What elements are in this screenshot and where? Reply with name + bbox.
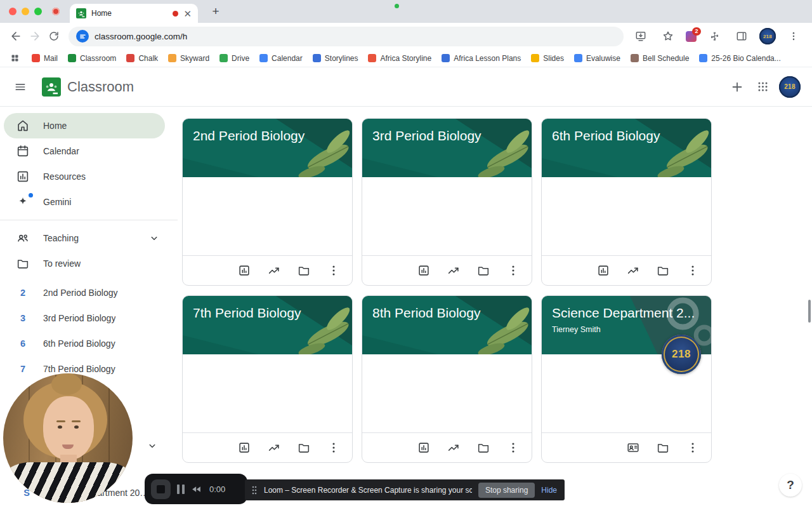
sidebar-class-item[interactable]: 33rd Period Biology xyxy=(4,305,165,331)
class-card[interactable]: 7th Period Biology xyxy=(182,295,353,463)
folder-icon[interactable] xyxy=(289,256,318,285)
address-bar[interactable]: classroom.google.com/h xyxy=(69,27,624,46)
share-message: Loom – Screen Recorder & Screen Capture … xyxy=(264,486,472,495)
folder-icon[interactable] xyxy=(648,256,678,285)
sidebar-item-label: 7th Period Biology xyxy=(43,364,115,374)
class-card[interactable]: 8th Period Biology xyxy=(362,295,532,463)
stop-sharing-button[interactable]: Stop sharing xyxy=(478,483,535,498)
bookmark-item[interactable]: Mail xyxy=(32,54,58,63)
window-close-button[interactable] xyxy=(9,8,16,15)
folder-icon[interactable] xyxy=(468,433,498,462)
trending-icon[interactable] xyxy=(259,433,289,462)
forward-button[interactable] xyxy=(25,27,44,46)
expand-more-chevron-icon[interactable] xyxy=(143,437,161,455)
card-title[interactable]: 7th Period Biology xyxy=(183,296,352,321)
class-card[interactable]: 2nd Period Biology xyxy=(182,118,353,286)
back-button[interactable] xyxy=(6,27,25,46)
trending-icon[interactable] xyxy=(618,256,648,285)
gradebook-icon[interactable] xyxy=(588,256,618,285)
trending-icon[interactable] xyxy=(438,256,468,285)
bookmark-star-icon[interactable] xyxy=(658,27,678,46)
more-icon[interactable] xyxy=(498,433,528,462)
new-tab-button[interactable]: + xyxy=(208,4,223,19)
pause-recording-icon[interactable] xyxy=(177,485,185,494)
bookmark-item[interactable]: Skyward xyxy=(168,54,209,63)
window-zoom-button[interactable] xyxy=(34,8,42,15)
side-panel-icon[interactable] xyxy=(732,27,751,46)
bookmark-item[interactable]: Africa Storyline xyxy=(368,54,431,63)
site-info-icon[interactable] xyxy=(76,30,89,43)
browser-tab[interactable]: Home ✕ xyxy=(70,4,198,23)
create-class-plus-button[interactable] xyxy=(724,74,750,100)
loom-control-bar[interactable]: 0:00 xyxy=(145,474,247,504)
bookmark-item[interactable]: Africa Lesson Plans xyxy=(442,54,521,63)
sidebar-item-calendar[interactable]: Calendar xyxy=(4,138,165,164)
chevron-down-icon[interactable] xyxy=(148,232,160,244)
gradebook-icon[interactable] xyxy=(229,433,259,462)
class-card[interactable]: Science Department 2...Tierney Smith218 xyxy=(541,295,712,463)
bookmark-item[interactable]: Storylines xyxy=(313,54,358,63)
bookmark-item[interactable]: 25-26 Bio Calenda... xyxy=(699,54,780,63)
card-title[interactable]: 6th Period Biology xyxy=(542,119,711,144)
card-title[interactable]: 3rd Period Biology xyxy=(362,119,532,144)
extension-icon[interactable]: 2 xyxy=(686,31,697,42)
gradebook-icon[interactable] xyxy=(409,256,438,285)
sidebar-class-item[interactable]: 66th Period Biology xyxy=(4,331,165,356)
gradebook-icon[interactable] xyxy=(409,433,438,462)
more-icon[interactable] xyxy=(678,256,707,285)
drag-handle-icon[interactable] xyxy=(251,485,258,495)
browser-menu-kebab-icon[interactable] xyxy=(784,27,803,46)
card-title[interactable]: 2nd Period Biology xyxy=(183,119,352,144)
sidebar-item-to-review[interactable]: To review xyxy=(4,251,165,276)
sidebar-item-home[interactable]: Home xyxy=(4,113,165,138)
page-title[interactable]: Classroom xyxy=(67,79,134,95)
url-text[interactable]: classroom.google.com/h xyxy=(95,32,187,41)
sidebar-item-teaching[interactable]: Teaching xyxy=(4,225,165,251)
google-apps-waffle-icon[interactable] xyxy=(750,74,775,100)
class-card[interactable]: 3rd Period Biology xyxy=(362,118,532,286)
refresh-button[interactable] xyxy=(44,27,63,46)
webcam-bubble[interactable] xyxy=(3,373,133,503)
bookmark-item[interactable]: Chalk xyxy=(126,54,158,63)
main-menu-hamburger-icon[interactable] xyxy=(8,74,33,100)
tab-close-icon[interactable]: ✕ xyxy=(183,9,192,18)
more-icon[interactable] xyxy=(318,256,348,285)
hide-banner-link[interactable]: Hide xyxy=(541,486,558,495)
bookmark-item[interactable]: Bell Schedule xyxy=(631,54,689,63)
window-minimize-button[interactable] xyxy=(22,8,29,15)
card-title[interactable]: 8th Period Biology xyxy=(362,296,532,321)
class-initial: 3 xyxy=(15,313,30,323)
class-card[interactable]: 6th Period Biology xyxy=(541,118,712,286)
account-avatar[interactable]: 218 xyxy=(779,76,801,98)
window-controls[interactable] xyxy=(9,8,42,15)
sidebar-item-gemini[interactable]: Gemini xyxy=(4,189,165,215)
roster-icon[interactable] xyxy=(618,433,648,462)
stop-recording-button[interactable] xyxy=(151,479,171,499)
sidebar-item-resources[interactable]: Resources xyxy=(4,164,165,189)
install-app-icon[interactable] xyxy=(631,27,650,46)
folder-icon[interactable] xyxy=(289,433,318,462)
more-icon[interactable] xyxy=(678,433,707,462)
folder-icon[interactable] xyxy=(648,433,678,462)
folder-icon[interactable] xyxy=(468,256,498,285)
extensions-puzzle-icon[interactable] xyxy=(705,27,724,46)
bookmark-item[interactable]: Classroom xyxy=(68,54,116,63)
help-button[interactable]: ? xyxy=(779,474,802,497)
gradebook-icon[interactable] xyxy=(229,256,259,285)
bookmark-item[interactable]: Evaluwise xyxy=(574,54,620,63)
card-subtitle[interactable]: Tierney Smith xyxy=(542,321,711,334)
browser-profile-avatar[interactable]: 218 xyxy=(759,28,776,44)
trending-icon[interactable] xyxy=(259,256,289,285)
sidebar-class-item[interactable]: 22nd Period Biology xyxy=(4,280,165,305)
card-title[interactable]: Science Department 2... xyxy=(542,296,711,321)
apps-grid-icon[interactable] xyxy=(8,51,22,65)
trending-icon[interactable] xyxy=(438,433,468,462)
scrollbar-thumb[interactable] xyxy=(808,300,811,323)
main-content: 2nd Period Biology 3rd Period Biology 6t… xyxy=(178,107,812,508)
bookmark-item[interactable]: Calendar xyxy=(259,54,303,63)
bookmark-item[interactable]: Slides xyxy=(531,54,564,63)
more-icon[interactable] xyxy=(498,256,528,285)
more-icon[interactable] xyxy=(318,433,348,462)
bookmark-item[interactable]: Drive xyxy=(219,54,249,63)
restart-recording-icon[interactable] xyxy=(191,484,202,495)
